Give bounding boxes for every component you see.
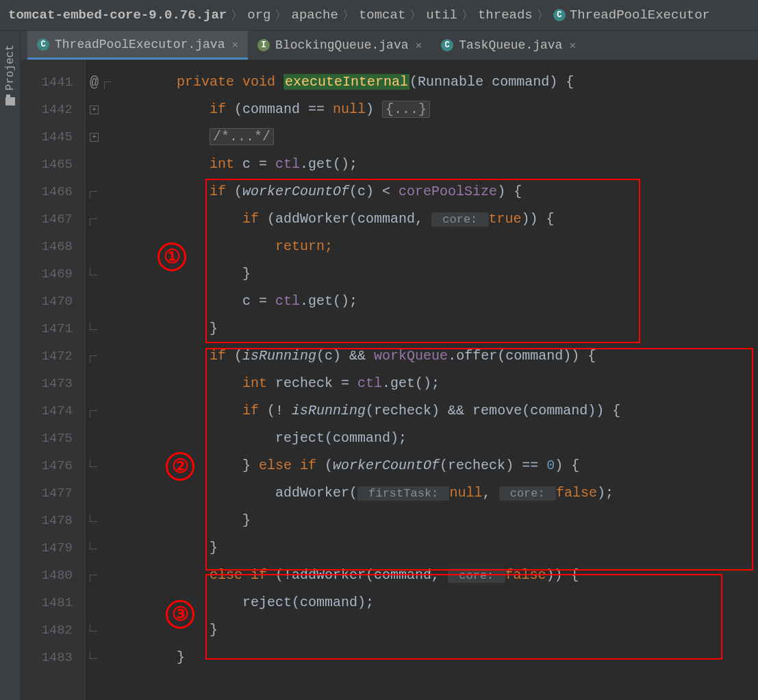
line-number: 1481 xyxy=(21,589,85,616)
highlighted-method: executeInternal xyxy=(283,74,409,90)
breadcrumb-class[interactable]: C ThreadPoolExecutor xyxy=(553,8,710,23)
folder-icon xyxy=(5,97,15,105)
tab-threadpoolexecutor[interactable]: C ThreadPoolExecutor.java ✕ xyxy=(27,31,248,60)
line-number: 1465 xyxy=(21,151,85,178)
sidebar-label: Project xyxy=(4,45,16,90)
line-number: 1480 xyxy=(21,562,85,589)
breadcrumb-class-label: ThreadPoolExecutor xyxy=(570,8,710,23)
class-icon: C xyxy=(441,39,453,51)
breadcrumb-org[interactable]: org xyxy=(247,8,270,23)
line-number: 1473 xyxy=(21,370,85,397)
class-icon: C xyxy=(553,9,566,21)
close-icon[interactable]: ✕ xyxy=(416,38,422,52)
fold-close-icon[interactable] xyxy=(90,624,97,632)
interface-icon: I xyxy=(257,39,270,51)
fold-open-icon[interactable] xyxy=(90,575,97,582)
line-number: 1483 xyxy=(21,644,85,671)
param-hint: core: xyxy=(499,486,556,501)
chevron-right-icon: 〉 xyxy=(275,7,287,23)
class-icon: C xyxy=(37,38,49,51)
tab-blockingqueue[interactable]: I BlockingQueue.java ✕ xyxy=(248,31,431,60)
line-number: 1478 xyxy=(21,507,85,534)
breadcrumb-util[interactable]: util xyxy=(426,8,457,23)
override-icon: @ xyxy=(90,74,99,91)
fold-close-icon[interactable] xyxy=(90,323,97,330)
folded-block[interactable]: {...} xyxy=(382,101,430,118)
line-number: 1445 xyxy=(21,123,85,151)
tab-taskqueue[interactable]: C TaskQueue.java ✕ xyxy=(431,31,585,60)
fold-open-icon[interactable] xyxy=(104,82,112,89)
tab-label: BlockingQueue.java xyxy=(275,38,408,52)
line-number: 1476 xyxy=(21,452,85,479)
close-icon[interactable]: ✕ xyxy=(569,38,576,52)
line-number: 1474 xyxy=(21,397,85,425)
line-number: 1470 xyxy=(21,288,85,315)
editor-tabs: C ThreadPoolExecutor.java ✕ I BlockingQu… xyxy=(21,31,758,60)
chevron-right-icon: 〉 xyxy=(231,7,243,23)
line-number: 1469 xyxy=(21,260,85,288)
fold-gutter: @ + + xyxy=(86,60,137,700)
chevron-right-icon: 〉 xyxy=(342,7,355,23)
code-content[interactable]: private void executeInternal(Runnable co… xyxy=(137,60,758,700)
line-number: 1472 xyxy=(21,342,85,370)
chevron-right-icon: 〉 xyxy=(537,7,549,23)
line-number: 1467 xyxy=(21,205,85,233)
breadcrumb-tomcat[interactable]: tomcat xyxy=(359,8,405,23)
line-number: 1466 xyxy=(21,178,85,205)
breadcrumb: tomcat-embed-core-9.0.76.jar 〉 org 〉 apa… xyxy=(0,0,758,31)
breadcrumb-root[interactable]: tomcat-embed-core-9.0.76.jar xyxy=(8,8,227,23)
line-number: 1479 xyxy=(21,534,85,562)
line-number: 1475 xyxy=(21,425,85,452)
fold-open-icon[interactable] xyxy=(90,355,97,363)
line-number: 1441 xyxy=(21,68,85,96)
chevron-right-icon: 〉 xyxy=(409,7,422,23)
fold-expand-icon[interactable]: + xyxy=(90,133,99,142)
line-number: 1482 xyxy=(21,616,85,644)
fold-close-icon[interactable] xyxy=(90,460,97,467)
fold-close-icon[interactable] xyxy=(90,514,97,522)
code-editor[interactable]: 1441 1442 1445 1465 1466 1467 1468 1469 … xyxy=(21,60,758,700)
close-icon[interactable]: ✕ xyxy=(231,38,238,51)
fold-open-icon[interactable] xyxy=(90,191,97,199)
tab-label: TaskQueue.java xyxy=(459,38,562,52)
line-number: 1442 xyxy=(21,96,85,123)
line-number: 1468 xyxy=(21,233,85,260)
line-number: 1471 xyxy=(21,315,85,342)
breadcrumb-apache[interactable]: apache xyxy=(291,8,338,23)
tab-label: ThreadPoolExecutor.java xyxy=(55,38,225,51)
folded-comment[interactable]: /*...*/ xyxy=(210,128,274,145)
sidebar-tool-project[interactable]: Project xyxy=(0,31,21,700)
param-hint: core: xyxy=(431,212,488,227)
fold-open-icon[interactable] xyxy=(90,218,97,226)
param-hint: firstTask: xyxy=(357,486,449,501)
param-hint: core: xyxy=(448,568,505,583)
fold-expand-icon[interactable]: + xyxy=(90,105,99,114)
fold-open-icon[interactable] xyxy=(90,410,97,418)
fold-close-icon[interactable] xyxy=(90,268,97,275)
fold-close-icon[interactable] xyxy=(90,651,97,659)
chevron-right-icon: 〉 xyxy=(462,7,474,23)
line-number-gutter: 1441 1442 1445 1465 1466 1467 1468 1469 … xyxy=(21,60,86,700)
fold-close-icon[interactable] xyxy=(90,542,97,549)
breadcrumb-threads[interactable]: threads xyxy=(478,8,533,23)
line-number: 1477 xyxy=(21,479,85,507)
